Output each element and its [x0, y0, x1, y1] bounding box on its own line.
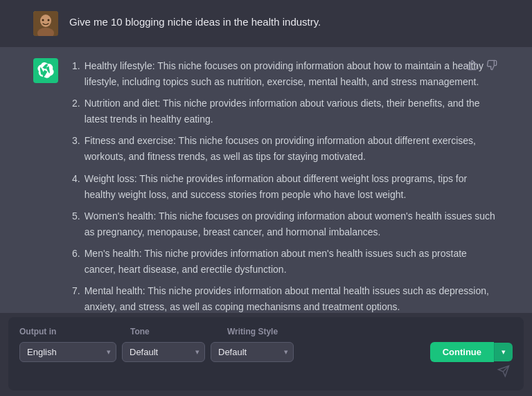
tone-select-wrapper: Default Formal Casual Humorous ▾ — [122, 342, 205, 362]
tone-label: Tone — [130, 327, 227, 336]
ai-message-content: 1. Healthy lifestyle: This niche focuses… — [69, 58, 499, 313]
user-avatar — [33, 11, 58, 36]
thumbs-up-button[interactable] — [466, 58, 479, 75]
writing-label: Writing Style — [227, 327, 328, 336]
toolbar-labels: Output in Tone Writing Style — [19, 327, 513, 336]
list-item: 3. Fitness and exercise: This niche focu… — [72, 133, 499, 165]
list-text: Men's health: This niche provides inform… — [85, 246, 499, 278]
list-item: 2. Nutrition and diet: This niche provid… — [72, 96, 499, 127]
ai-message: 1. Healthy lifestyle: This niche focuses… — [0, 47, 532, 313]
list-num: 3. — [72, 133, 80, 165]
list-num: 5. — [72, 208, 80, 240]
writing-select[interactable]: Default Academic Creative Persuasive — [211, 342, 294, 362]
thumbs-down-button[interactable] — [485, 58, 499, 75]
continue-dropdown-button[interactable]: ▾ — [494, 343, 513, 361]
svg-point-4 — [48, 19, 50, 21]
list-text: Mental health: This niche provides infor… — [85, 283, 499, 313]
svg-point-1 — [40, 15, 51, 27]
list-num: 7. — [72, 283, 80, 313]
continue-group: Continue ▾ — [430, 342, 513, 362]
user-message-text: Give me 10 blogging niche ideas in the h… — [69, 11, 499, 30]
list-item: 5. Women's health: This niche focuses on… — [72, 208, 499, 240]
continue-dropdown-chevron-icon: ▾ — [502, 348, 506, 356]
list-num: 4. — [72, 171, 80, 203]
list-item: 7. Mental health: This niche provides in… — [72, 283, 499, 313]
list-text: Healthy lifestyle: This niche focuses on… — [85, 58, 499, 90]
list-item: 6. Men's health: This niche provides inf… — [72, 246, 499, 278]
continue-button[interactable]: Continue — [430, 342, 494, 362]
send-icon-row — [19, 362, 513, 381]
output-select-wrapper: English Spanish French German ▾ — [19, 342, 116, 362]
user-message: Give me 10 blogging niche ideas in the h… — [0, 0, 532, 47]
list-text: Women's health: This niche focuses on pr… — [85, 208, 499, 240]
bottom-toolbar: Output in Tone Writing Style English Spa… — [8, 317, 524, 390]
feedback-icons — [466, 58, 499, 75]
list-text: Fitness and exercise: This niche focuses… — [85, 133, 499, 165]
ai-avatar — [33, 58, 58, 83]
send-icon — [497, 365, 510, 381]
svg-point-3 — [42, 19, 44, 21]
list-text: Nutrition and diet: This niche provides … — [85, 96, 499, 127]
list-text: Weight loss: This niche provides informa… — [85, 171, 499, 203]
tone-select[interactable]: Default Formal Casual Humorous — [122, 342, 205, 362]
list-num: 2. — [72, 96, 80, 127]
ai-response-list: 1. Healthy lifestyle: This niche focuses… — [69, 58, 499, 313]
list-item: 1. Healthy lifestyle: This niche focuses… — [72, 58, 499, 90]
output-label: Output in — [19, 327, 130, 336]
toolbar-controls: English Spanish French German ▾ Default … — [19, 342, 513, 362]
user-avatar-image — [33, 11, 58, 36]
list-num: 1. — [72, 58, 80, 90]
writing-select-wrapper: Default Academic Creative Persuasive ▾ — [211, 342, 294, 362]
output-select[interactable]: English Spanish French German — [19, 342, 116, 362]
list-num: 6. — [72, 246, 80, 278]
list-item: 4. Weight loss: This niche provides info… — [72, 171, 499, 203]
chat-container: Give me 10 blogging niche ideas in the h… — [0, 0, 532, 313]
